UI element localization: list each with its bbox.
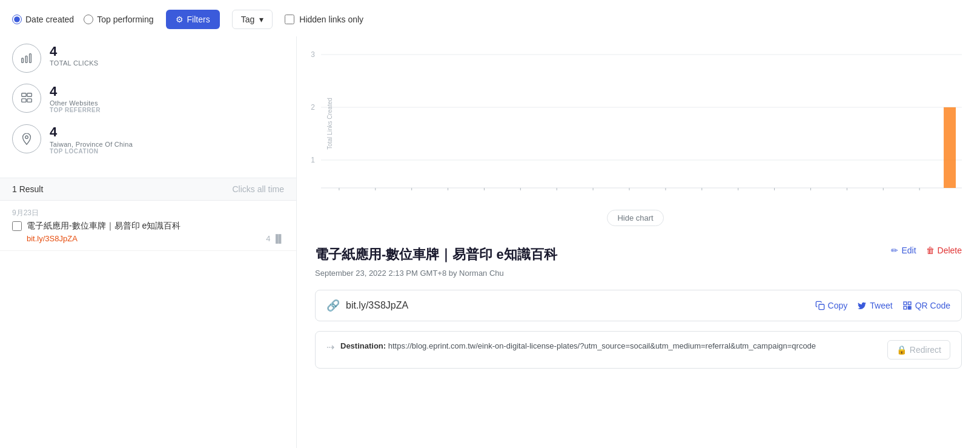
svg-text:1: 1: [311, 156, 315, 164]
location-number: 4: [50, 124, 133, 140]
destination-icon: ⇢: [326, 341, 334, 353]
svg-text:2: 2: [311, 103, 315, 112]
chevron-down-icon: ▾: [259, 15, 263, 24]
detail-title: 電子紙應用-數位車牌｜易普印 e知識百科: [315, 246, 879, 264]
total-clicks-label: TOTAL CLICKS: [50, 59, 98, 67]
item-title: 電子紙應用-數位車牌｜易普印 e知識百科: [27, 221, 180, 232]
location-label: Taiwan, Province Of China: [50, 141, 133, 148]
results-count: 1 Result: [12, 184, 43, 194]
clicks-all-time-label: Clicks all time: [232, 184, 284, 194]
svg-rect-2: [30, 54, 31, 63]
svg-rect-37: [908, 306, 909, 307]
svg-rect-3: [22, 93, 26, 97]
sort-options: Date created Top performing: [12, 15, 154, 24]
filters-icon: ⚙: [176, 15, 184, 24]
trash-icon: 🗑: [926, 246, 935, 255]
svg-rect-38: [910, 306, 911, 307]
svg-rect-40: [910, 308, 911, 309]
svg-rect-39: [908, 308, 909, 309]
qr-code-icon: [902, 301, 912, 310]
detail-actions: ✏ Edit 🗑 Delete: [891, 246, 962, 255]
svg-rect-35: [908, 302, 911, 305]
sort-top-performing[interactable]: Top performing: [84, 15, 153, 24]
stats-area: 4 TOTAL CLICKS 4: [0, 36, 296, 178]
svg-rect-4: [27, 93, 31, 97]
hide-chart-button[interactable]: Hide chart: [607, 210, 663, 226]
chart-container: 3 2 1: [303, 42, 968, 205]
hidden-links-label: Hidden links only: [299, 15, 363, 24]
short-link-display: bit.ly/3S8JpZA: [346, 300, 408, 311]
sort-date-created[interactable]: Date created: [12, 15, 74, 24]
copy-icon: [815, 301, 825, 310]
location-sublabel: TOP LOCATION: [50, 148, 133, 155]
y-axis-label: Total Links Created: [326, 98, 333, 150]
hidden-links-toggle[interactable]: Hidden links only: [285, 15, 363, 24]
svg-rect-0: [22, 58, 24, 62]
edit-button[interactable]: ✏ Edit: [891, 246, 916, 255]
qr-code-label: QR Code: [915, 301, 950, 310]
total-clicks-stat: 4 TOTAL CLICKS: [12, 44, 284, 73]
edit-icon: ✏: [891, 246, 898, 255]
total-clicks-number: 4: [50, 44, 98, 59]
svg-rect-5: [22, 99, 26, 102]
edit-label: Edit: [901, 246, 916, 255]
sort-date-label: Date created: [25, 15, 74, 24]
short-link-box: 🔗 bit.ly/3S8JpZA Copy: [315, 290, 962, 321]
item-clicks-number: 4: [266, 234, 270, 243]
filters-label: Filters: [187, 15, 210, 24]
tweet-label: Tweet: [870, 301, 892, 310]
detail-header: 電子紙應用-數位車牌｜易普印 e知識百科 ✏ Edit 🗑 Delete: [315, 246, 962, 264]
svg-rect-34: [904, 302, 907, 305]
qr-code-button[interactable]: QR Code: [902, 301, 950, 310]
clicks-icon: [12, 44, 41, 73]
location-icon: [12, 124, 41, 153]
referrer-icon: [12, 84, 41, 113]
sort-top-label: Top performing: [97, 15, 153, 24]
tag-dropdown[interactable]: Tag ▾: [232, 10, 273, 29]
filters-button[interactable]: ⚙ Filters: [166, 10, 220, 29]
results-header: 1 Result Clicks all time: [0, 178, 296, 201]
referrer-number: 4: [50, 84, 101, 99]
delete-button[interactable]: 🗑 Delete: [926, 246, 962, 255]
short-link-actions: Copy Tweet: [815, 301, 950, 310]
destination-row: ⇢ Destination: https://blog.eprint.com.t…: [315, 331, 962, 369]
chart-area: 3 2 1: [297, 36, 980, 233]
detail-panel: 電子紙應用-數位車牌｜易普印 e知識百科 ✏ Edit 🗑 Delete Sep: [297, 233, 980, 449]
location-stat: 4 Taiwan, Province Of China TOP LOCATION: [12, 124, 284, 154]
svg-rect-33: [819, 304, 824, 310]
item-clicks: 4 ▐▌: [266, 234, 284, 243]
svg-rect-36: [904, 306, 907, 309]
twitter-icon: [857, 301, 867, 310]
list-item[interactable]: 9月23日 電子紙應用-數位車牌｜易普印 e知識百科 bit.ly/3S8JpZ…: [0, 201, 296, 251]
link-icon: 🔗: [326, 299, 340, 312]
item-date: 9月23日: [12, 208, 284, 218]
svg-point-7: [25, 136, 28, 139]
item-short-link[interactable]: bit.ly/3S8JpZA: [27, 234, 78, 243]
redirect-label: Redirect: [910, 345, 941, 355]
referrer-label: Other Websites: [50, 99, 101, 107]
tag-label: Tag: [241, 15, 255, 24]
copy-label: Copy: [828, 301, 848, 310]
copy-button[interactable]: Copy: [815, 301, 848, 310]
detail-meta: September 23, 2022 2:13 PM GMT+8 by Norm…: [315, 269, 962, 278]
destination-label: Destination:: [340, 341, 386, 350]
svg-rect-6: [27, 99, 31, 102]
referrer-sublabel: TOP REFERRER: [50, 107, 101, 113]
item-checkbox[interactable]: [12, 221, 22, 231]
svg-rect-32: [944, 107, 956, 188]
svg-rect-1: [25, 56, 27, 62]
svg-text:3: 3: [311, 50, 315, 59]
tweet-button[interactable]: Tweet: [857, 301, 892, 310]
redirect-button[interactable]: 🔒 Redirect: [887, 340, 950, 359]
bar-chart-mini-icon: ▐▌: [273, 234, 284, 243]
referrer-stat: 4 Other Websites TOP REFERRER: [12, 84, 284, 113]
lock-icon: 🔒: [896, 345, 907, 355]
destination-url: https://blog.eprint.com.tw/eink-on-digit…: [388, 341, 816, 350]
delete-label: Delete: [938, 246, 962, 255]
